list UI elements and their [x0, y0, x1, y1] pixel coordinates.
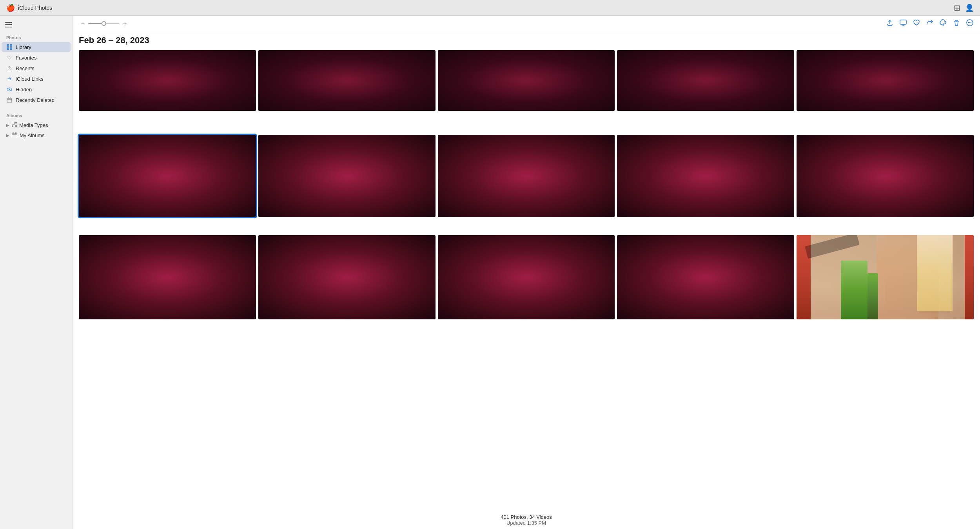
recently-deleted-label: Recently Deleted [16, 97, 54, 103]
user-icon[interactable]: 👤 [965, 4, 974, 12]
my-albums-icon [12, 132, 17, 138]
library-icon [6, 44, 13, 50]
svg-rect-4 [10, 44, 12, 47]
trash-button[interactable] [953, 19, 960, 29]
svg-point-23 [968, 22, 969, 23]
toolbar-right [886, 19, 974, 29]
photo-row-1 [79, 50, 974, 111]
svg-rect-15 [15, 122, 17, 123]
svg-rect-10 [7, 98, 12, 102]
app-body: Photos Library ♡ Favorites ⏱ Recents [0, 16, 980, 529]
svg-rect-6 [10, 47, 12, 50]
recently-deleted-icon [6, 97, 13, 103]
my-albums-chevron: ▶ [6, 133, 9, 138]
download-button[interactable] [899, 19, 907, 29]
photo-cell[interactable] [438, 135, 615, 217]
more-button[interactable] [966, 19, 974, 29]
svg-rect-18 [12, 133, 17, 137]
svg-rect-19 [13, 132, 14, 134]
favorites-icon: ♡ [6, 54, 13, 61]
toolbar-left: − + [79, 20, 129, 27]
photo-grid-container[interactable] [73, 50, 980, 511]
photo-cell[interactable] [617, 135, 794, 217]
hidden-label: Hidden [16, 87, 32, 92]
sidebar-item-my-albums[interactable]: ▶ My Albums [2, 130, 71, 140]
photo-cell-room[interactable] [797, 235, 974, 319]
grid-icon[interactable]: ⊞ [954, 3, 960, 13]
recents-icon: ⏱ [6, 65, 13, 71]
sidebar-item-favorites[interactable]: ♡ Favorites [2, 53, 71, 63]
photo-cell-selected[interactable] [79, 135, 256, 217]
photo-cell[interactable] [79, 50, 256, 111]
photos-section-header: Photos [0, 32, 72, 42]
photo-cell[interactable] [797, 135, 974, 217]
status-bar: 401 Photos, 34 Videos Updated 1:35 PM [73, 511, 980, 529]
sidebar-item-recently-deleted[interactable]: Recently Deleted [2, 95, 71, 105]
svg-rect-20 [15, 132, 16, 134]
icloud-links-icon [6, 76, 13, 82]
titlebar-left: 🍎 iCloud Photos [6, 4, 52, 12]
svg-rect-0 [5, 22, 12, 23]
zoom-control: − + [79, 20, 129, 27]
photo-cell[interactable] [438, 235, 615, 319]
photo-cell[interactable] [258, 50, 436, 111]
media-types-chevron: ▶ [6, 123, 9, 127]
svg-rect-17 [15, 125, 17, 127]
photo-cell[interactable] [438, 50, 615, 111]
photo-cell[interactable] [258, 235, 436, 319]
svg-rect-5 [7, 47, 9, 50]
svg-rect-2 [5, 27, 12, 27]
titlebar-right: ⊞ 👤 [954, 3, 974, 13]
svg-rect-14 [12, 122, 15, 125]
media-types-label: Media Types [19, 122, 48, 128]
upload-button[interactable] [886, 19, 894, 29]
sidebar-toggle[interactable] [3, 20, 14, 29]
albums-section-header: Albums [0, 110, 72, 120]
photo-cell[interactable] [617, 235, 794, 319]
apple-icon: 🍎 [6, 4, 15, 12]
svg-point-25 [971, 22, 971, 23]
zoom-slider[interactable] [88, 23, 120, 24]
photo-cell[interactable] [79, 235, 256, 319]
content-area: − + [73, 16, 980, 529]
icloud-links-label: iCloud Links [16, 76, 44, 82]
sidebar-item-recents[interactable]: ⏱ Recents [2, 63, 71, 73]
photo-cell[interactable] [797, 50, 974, 111]
svg-rect-21 [900, 20, 906, 24]
date-heading: Feb 26 – 28, 2023 [73, 32, 980, 50]
app-title: iCloud Photos [18, 5, 52, 11]
my-albums-label: My Albums [20, 132, 45, 138]
sidebar-item-library[interactable]: Library [2, 42, 71, 52]
photo-row-2 [79, 135, 974, 217]
share-button[interactable] [926, 19, 934, 29]
sidebar-item-media-types[interactable]: ▶ Media Types [2, 120, 71, 130]
svg-rect-16 [12, 125, 13, 127]
cloud-download-button[interactable] [939, 19, 947, 29]
titlebar: 🍎 iCloud Photos ⊞ 👤 [0, 0, 980, 16]
svg-rect-1 [5, 24, 12, 25]
photo-cell[interactable] [258, 135, 436, 217]
sidebar: Photos Library ♡ Favorites ⏱ Recents [0, 16, 73, 529]
library-label: Library [16, 44, 31, 50]
sidebar-item-hidden[interactable]: Hidden [2, 84, 71, 94]
media-types-icon [12, 122, 17, 128]
zoom-plus-button[interactable]: + [121, 20, 129, 27]
svg-point-24 [969, 22, 970, 23]
svg-rect-3 [7, 44, 9, 47]
favorite-button[interactable] [913, 19, 920, 29]
recents-label: Recents [16, 65, 34, 71]
favorites-label: Favorites [16, 55, 36, 61]
photo-row-3 [79, 235, 974, 319]
toolbar: − + [73, 16, 980, 32]
zoom-minus-button[interactable]: − [79, 20, 87, 27]
photo-cell[interactable] [617, 50, 794, 111]
status-count: 401 Photos, 34 Videos [76, 514, 977, 520]
sidebar-item-icloud-links[interactable]: iCloud Links [2, 74, 71, 84]
status-updated: Updated 1:35 PM [76, 520, 977, 526]
hidden-icon [6, 86, 13, 92]
